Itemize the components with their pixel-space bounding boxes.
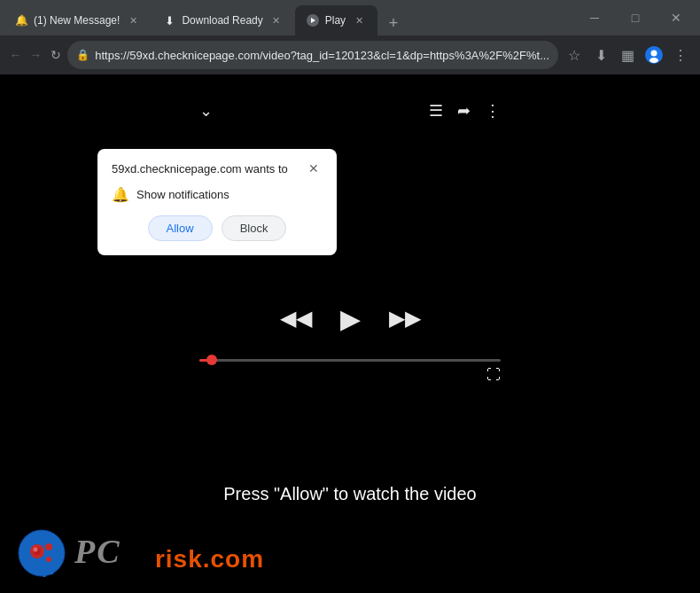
popup-permission-row: 🔔 Show notifications (112, 186, 323, 203)
permission-label: Show notifications (136, 188, 229, 201)
watermark-risk: risk.com (155, 545, 264, 573)
popup-title: 59xd.checknicepage.com wants to (112, 162, 288, 176)
watermark: PC risk.com (18, 529, 264, 577)
bell-icon: 🔔 (112, 186, 129, 203)
progress-bar[interactable] (199, 359, 501, 362)
fullscreen-icon[interactable]: ⛶ (486, 367, 501, 383)
download-icon[interactable]: ⬇ (588, 43, 613, 67)
toolbar-right: ☆ ⬇ ▦ ⋮ (562, 43, 693, 67)
close-window-button[interactable]: ✕ (656, 3, 696, 33)
address-box[interactable]: 🔒 https://59xd.checknicepage.com/video?t… (67, 41, 558, 69)
tab-bar: 🔔 (1) New Message! ✕ ⬇ Download Ready ✕ … (0, 0, 574, 35)
chevron-down-icon[interactable]: ⌄ (199, 101, 213, 121)
watermark-text-container: PC risk.com (74, 532, 264, 574)
watermark-pc: PC (74, 542, 155, 573)
more-options-icon[interactable]: ⋮ (485, 101, 501, 121)
play-button[interactable]: ▶ (340, 303, 361, 334)
tab-message-title: (1) New Message! (34, 14, 120, 27)
video-prompt-text: Press "Allow" to watch the video (223, 484, 476, 504)
svg-point-4 (649, 58, 658, 63)
progress-bottom: ⛶ (199, 367, 501, 383)
progress-track (199, 359, 501, 362)
page-content: ⌄ ☰ ➦ ⋮ ◀◀ ▶ ▶▶ ⛶ Press "Allow" to watch… (0, 74, 700, 593)
watermark-logo (18, 529, 66, 577)
svg-point-8 (34, 548, 38, 552)
profile-icon[interactable] (642, 43, 666, 67)
reload-button[interactable]: ↻ (48, 43, 65, 67)
tab-message-favicon: 🔔 (14, 13, 28, 27)
browser-panel-icon[interactable]: ▦ (615, 43, 640, 67)
svg-text:PC: PC (74, 533, 121, 567)
tab-play-close[interactable]: ✕ (351, 12, 367, 28)
more-menu-icon[interactable]: ⋮ (668, 43, 693, 67)
tab-play-title: Play (325, 14, 346, 27)
progress-thumb[interactable] (206, 355, 217, 365)
forward-button[interactable]: → (27, 43, 44, 67)
player-icon-group: ☰ ➦ ⋮ (429, 101, 501, 121)
svg-point-9 (45, 543, 52, 550)
tab-download-favicon: ⬇ (162, 13, 176, 27)
allow-button[interactable]: Allow (148, 215, 213, 241)
tab-play-favicon (306, 13, 320, 27)
tab-bar-row: 🔔 (1) New Message! ✕ ⬇ Download Ready ✕ … (0, 0, 700, 35)
browser-chrome: 🔔 (1) New Message! ✕ ⬇ Download Ready ✕ … (0, 0, 700, 74)
security-icon: 🔒 (76, 49, 89, 61)
notification-popup: 59xd.checknicepage.com wants to ✕ 🔔 Show… (97, 149, 337, 255)
popup-header: 59xd.checknicepage.com wants to ✕ (112, 160, 323, 177)
popup-actions: Allow Block (112, 215, 323, 241)
block-button[interactable]: Block (222, 215, 287, 241)
tab-play[interactable]: Play ✕ (295, 5, 377, 35)
player-top-controls: ⌄ ☰ ➦ ⋮ (199, 101, 501, 121)
minimize-button[interactable]: ─ (574, 3, 615, 33)
back-button[interactable]: ← (7, 43, 24, 67)
skip-back-button[interactable]: ◀◀ (280, 306, 312, 331)
bookmark-star-icon[interactable]: ☆ (562, 43, 587, 67)
skip-forward-button[interactable]: ▶▶ (389, 306, 421, 331)
window-controls: ─ □ ✕ (574, 3, 700, 33)
address-text: https://59xd.checknicepage.com/video?tag… (95, 49, 549, 62)
tab-message[interactable]: 🔔 (1) New Message! ✕ (4, 5, 152, 35)
tab-download-title: Download Ready (182, 14, 262, 27)
share-icon[interactable]: ➦ (457, 101, 471, 121)
playlist-icon[interactable]: ☰ (429, 101, 443, 121)
address-bar-row: ← → ↻ 🔒 https://59xd.checknicepage.com/v… (0, 35, 700, 74)
svg-rect-12 (35, 571, 53, 574)
svg-point-3 (651, 51, 657, 57)
tab-download-close[interactable]: ✕ (268, 12, 284, 28)
tab-download[interactable]: ⬇ Download Ready ✕ (152, 5, 294, 35)
new-tab-button[interactable]: + (381, 11, 406, 35)
popup-close-button[interactable]: ✕ (305, 160, 323, 177)
maximize-button[interactable]: □ (615, 3, 656, 33)
player-main-controls: ◀◀ ▶ ▶▶ (280, 303, 421, 334)
svg-point-10 (46, 557, 51, 562)
tab-message-close[interactable]: ✕ (125, 12, 141, 28)
